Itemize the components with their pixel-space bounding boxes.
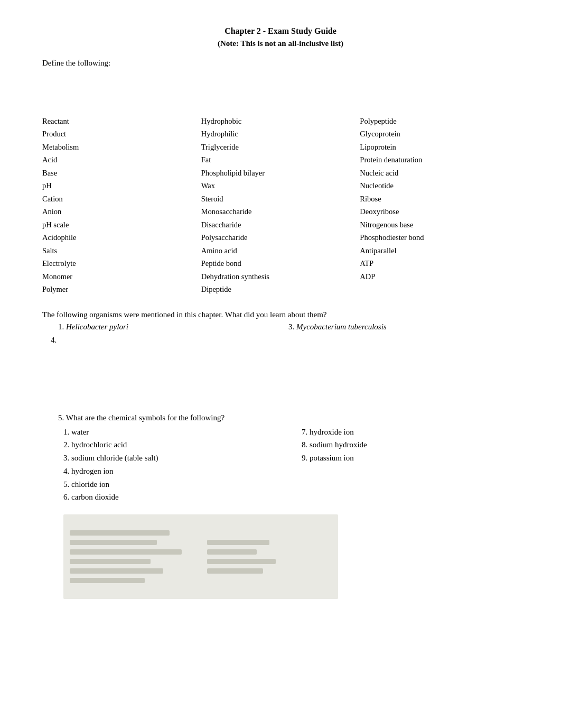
term-item: ADP xyxy=(360,271,519,282)
organisms-list: 1. Helicobacter pylori 3. Mycobacterium … xyxy=(42,322,519,331)
term-item: Fat xyxy=(201,154,360,165)
term-item: Glycoprotein xyxy=(360,128,519,140)
term-item: Reactant xyxy=(42,115,201,127)
chem-item: 7. hydroxide ion xyxy=(302,426,519,439)
term-item: Polysaccharide xyxy=(201,232,360,243)
organisms-title: The following organisms were mentioned i… xyxy=(42,310,519,319)
blurred-section xyxy=(63,514,338,599)
chem-item: 5. chloride ion xyxy=(63,478,280,491)
chem-symbols-grid: 1. water2. hydrochloric acid3. sodium ch… xyxy=(42,426,519,504)
term-item: Ribose xyxy=(360,193,519,205)
term-item: Nitrogenous base xyxy=(360,219,519,231)
term-item: Metabolism xyxy=(42,141,201,153)
term-item: Deoxyribose xyxy=(360,206,519,217)
term-item: Nucleic acid xyxy=(360,167,519,179)
term-item: Acidophile xyxy=(42,232,201,243)
organism-item-3: 3. Mycobacterium tuberculosis xyxy=(288,322,519,331)
page-title: Chapter 2 - Exam Study Guide xyxy=(42,26,519,36)
chem-item: 1. water xyxy=(63,426,280,439)
organisms-col-left: 1. Helicobacter pylori xyxy=(58,322,288,331)
term-item: Amino acid xyxy=(201,245,360,256)
term-item: Base xyxy=(42,167,201,179)
terms-col3: PolypeptideGlycoproteinLipoproteinProtei… xyxy=(360,115,519,296)
term-item: Polypeptide xyxy=(360,115,519,127)
term-item: Dehydration synthesis xyxy=(201,271,360,282)
chem-item: 3. sodium chloride (table salt) xyxy=(63,451,280,465)
term-item: Wax xyxy=(201,180,360,191)
term-item: Phospholipid bilayer xyxy=(201,167,360,179)
chem-item: 2. hydrochloric acid xyxy=(63,438,280,451)
organism-item4: 4. xyxy=(51,336,519,345)
chem-col2: 7. hydroxide ion8. sodium hydroxide9. po… xyxy=(280,426,519,504)
terms-col1: ReactantProductMetabolismAcidBasepHCatio… xyxy=(42,115,201,296)
organisms-section: The following organisms were mentioned i… xyxy=(42,310,519,345)
term-item: Polymer xyxy=(42,283,201,295)
questions-section: 5. What are the chemical symbols for the… xyxy=(42,413,519,504)
question-5-label: 5. What are the chemical symbols for the… xyxy=(58,413,519,422)
terms-col2: HydrophobicHydrophilicTriglycerideFatPho… xyxy=(201,115,360,296)
term-item: Salts xyxy=(42,245,201,256)
term-item: pH xyxy=(42,180,201,191)
term-item: Lipoprotein xyxy=(360,141,519,153)
term-item: Nucleotide xyxy=(360,180,519,191)
term-item: Hydrophilic xyxy=(201,128,360,140)
chem-item: 8. sodium hydroxide xyxy=(302,438,519,451)
term-item: ATP xyxy=(360,257,519,269)
organism-item-1: 1. Helicobacter pylori xyxy=(58,322,288,331)
chem-item: 9. potassium ion xyxy=(302,451,519,465)
term-item: Cation xyxy=(42,193,201,205)
chem-item: 4. hydrogen ion xyxy=(63,465,280,478)
term-item: Hydrophobic xyxy=(201,115,360,127)
term-item: Acid xyxy=(42,154,201,165)
term-item: Electrolyte xyxy=(42,257,201,269)
term-item: Monomer xyxy=(42,271,201,282)
organisms-col-right: 3. Mycobacterium tuberculosis xyxy=(288,322,519,331)
term-item: Peptide bond xyxy=(201,257,360,269)
term-item: Protein denaturation xyxy=(360,154,519,165)
chem-item: 6. carbon dioxide xyxy=(63,491,280,504)
define-label: Define the following: xyxy=(42,59,519,68)
terms-grid: ReactantProductMetabolismAcidBasepHCatio… xyxy=(42,115,519,296)
term-item: Phosphodiester bond xyxy=(360,232,519,243)
term-item: Product xyxy=(42,128,201,140)
term-item: Monosaccharide xyxy=(201,206,360,217)
term-item: Antiparallel xyxy=(360,245,519,256)
term-item: Dipeptide xyxy=(201,283,360,295)
chem-col1: 1. water2. hydrochloric acid3. sodium ch… xyxy=(42,426,280,504)
term-item: pH scale xyxy=(42,219,201,231)
term-item: Triglyceride xyxy=(201,141,360,153)
term-item: Anion xyxy=(42,206,201,217)
term-item: Disaccharide xyxy=(201,219,360,231)
term-item: Steroid xyxy=(201,193,360,205)
page-subtitle: (Note: This is not an all-inclusive list… xyxy=(42,39,519,48)
